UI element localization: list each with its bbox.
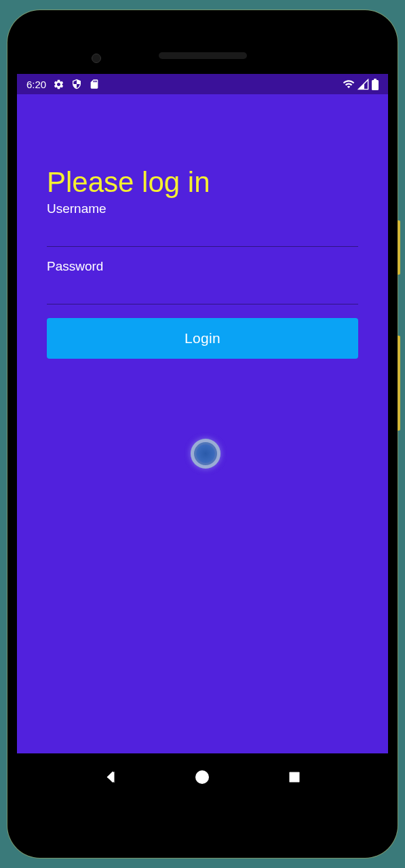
phone-volume-button bbox=[398, 336, 400, 431]
username-label: Username bbox=[47, 201, 358, 216]
cell-signal-icon bbox=[358, 79, 369, 90]
phone-chin bbox=[17, 801, 388, 848]
content-area: Please log in Username Password Login bbox=[17, 94, 388, 753]
phone-power-button bbox=[398, 220, 400, 275]
svg-rect-3 bbox=[290, 772, 300, 783]
wifi-icon bbox=[343, 78, 355, 90]
back-button[interactable] bbox=[97, 764, 124, 791]
svg-point-2 bbox=[195, 770, 209, 784]
battery-icon bbox=[372, 79, 379, 90]
status-time: 6:20 bbox=[26, 79, 46, 90]
login-button[interactable]: Login bbox=[47, 318, 358, 359]
status-bar-right bbox=[343, 78, 379, 90]
username-field-group: Username bbox=[47, 201, 358, 247]
svg-rect-0 bbox=[372, 80, 379, 90]
screen: 6:20 bbox=[17, 74, 388, 801]
phone-inner: 6:20 bbox=[17, 20, 388, 848]
sd-card-icon bbox=[89, 79, 100, 90]
phone-frame: 6:20 bbox=[7, 10, 398, 858]
gear-icon bbox=[53, 79, 64, 90]
phone-camera bbox=[92, 54, 101, 63]
password-label: Password bbox=[47, 259, 358, 274]
status-bar-left: 6:20 bbox=[26, 79, 100, 90]
svg-rect-1 bbox=[374, 79, 377, 81]
phone-speaker bbox=[159, 52, 247, 59]
home-button[interactable] bbox=[189, 764, 216, 791]
status-bar: 6:20 bbox=[17, 74, 388, 94]
username-input[interactable] bbox=[47, 219, 358, 247]
shield-icon bbox=[71, 79, 82, 90]
password-field-group: Password bbox=[47, 259, 358, 304]
password-input[interactable] bbox=[47, 277, 358, 304]
page-title: Please log in bbox=[47, 166, 358, 199]
phone-speaker-area bbox=[17, 20, 388, 74]
recent-apps-button[interactable] bbox=[281, 764, 308, 791]
navigation-bar bbox=[17, 753, 388, 801]
touch-indicator-icon bbox=[191, 439, 220, 469]
